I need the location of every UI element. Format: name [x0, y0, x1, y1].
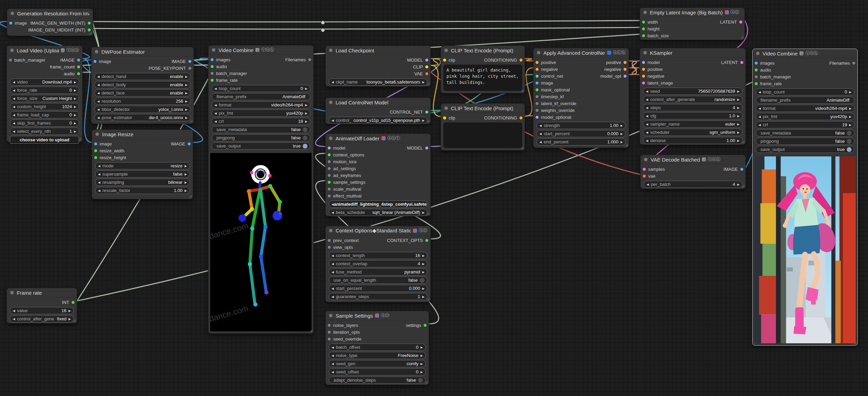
widget-rescale_factor[interactable]: ◀rescale_factor1.00▶ [95, 187, 190, 194]
output-slot-MODEL[interactable]: MODEL [407, 56, 430, 63]
input-port-dot[interactable] [94, 149, 97, 152]
toggle-knob[interactable] [418, 378, 423, 383]
input-port-dot[interactable] [642, 34, 645, 37]
node-titlebar[interactable]: Empty Latent Image (Big Batch)ⒶⒹ [640, 8, 744, 17]
decrement-arrow-icon[interactable]: ◀ [214, 103, 217, 107]
decrement-arrow-icon[interactable]: ◀ [758, 123, 761, 127]
node-resize-handle[interactable] [740, 36, 743, 39]
output-port-dot[interactable] [624, 75, 627, 78]
decrement-arrow-icon[interactable]: ◀ [13, 122, 15, 125]
increment-arrow-icon[interactable]: ▶ [185, 83, 188, 87]
node-titlebar[interactable]: Frame rate [7, 288, 77, 297]
output-slot-LATENT[interactable]: LATENT [720, 18, 744, 25]
node-sample-settings[interactable]: Sample SettingsⒶⒹnoise_layersiteration_o… [325, 311, 429, 385]
widget-pix_fmt[interactable]: ◀pix_fmtyuv420p▶ [756, 113, 854, 120]
input-port-dot[interactable] [642, 21, 645, 24]
decrement-arrow-icon[interactable]: ◀ [331, 295, 334, 298]
input-port-dot[interactable] [536, 61, 539, 64]
input-slot-control_net[interactable]: control_net [533, 73, 563, 79]
output-port-dot[interactable] [425, 59, 428, 62]
node-resize-handle[interactable] [520, 146, 524, 149]
decrement-arrow-icon[interactable]: ◀ [646, 98, 648, 101]
output-slot-model_opt[interactable]: model_opt [600, 73, 629, 79]
decrement-arrow-icon[interactable]: ◀ [331, 254, 334, 257]
toggle-adapt_denoise_steps[interactable]: adapt_denoise_stepsfalse [329, 376, 426, 384]
node-titlebar[interactable]: Sample SettingsⒶⒹ [326, 311, 429, 320]
decrement-arrow-icon[interactable]: ◀ [331, 211, 334, 214]
input-port-dot[interactable] [443, 59, 446, 62]
increment-arrow-icon[interactable]: ▶ [620, 140, 623, 144]
toggle-pingpong[interactable]: pingpongfalse [212, 134, 310, 141]
decrement-arrow-icon[interactable]: ◀ [98, 181, 100, 184]
reroute-dot[interactable] [321, 21, 325, 25]
node-load-checkpoint[interactable]: Load CheckpointMODELCLIPVAE◀ckpt_nametoo… [325, 46, 431, 87]
input-port-dot[interactable] [536, 95, 539, 98]
decrement-arrow-icon[interactable]: ◀ [646, 139, 648, 142]
node-titlebar[interactable]: Load Checkpoint [326, 46, 430, 55]
increment-arrow-icon[interactable]: ▶ [74, 89, 76, 92]
node-context-options[interactable]: Context Options◆Standard StaticⒶⒹprev_co… [325, 226, 431, 302]
increment-arrow-icon[interactable]: ▶ [422, 270, 425, 274]
toggle-save_output[interactable]: save_outputtrue [756, 146, 854, 153]
input-slot-view_opts[interactable]: view_opts [326, 244, 353, 251]
output-port-dot[interactable] [740, 61, 743, 64]
decrement-arrow-icon[interactable]: ◀ [13, 80, 15, 84]
node-video-combine-pose[interactable]: Video CombineⓋⒽⓈimagesaudiobatch_manager… [208, 45, 314, 334]
output-port-dot[interactable] [188, 60, 191, 63]
decrement-arrow-icon[interactable]: ◀ [13, 97, 15, 100]
increment-arrow-icon[interactable]: ▶ [74, 122, 76, 125]
widget-crf[interactable]: ◀crf19▶ [756, 121, 854, 128]
input-slot-batch_size[interactable]: batch_size [640, 32, 669, 39]
decrement-arrow-icon[interactable]: ◀ [331, 203, 334, 206]
node-clip-negative[interactable]: CLIP Text Encode (Prompt)clipCONDITIONIN… [441, 103, 525, 151]
widget-seed_gen[interactable]: ◀seed_gencomfy▶ [329, 360, 426, 367]
widget-detect_body[interactable]: ◀detect_bodyenable▶ [95, 81, 190, 88]
increment-arrow-icon[interactable]: ▶ [185, 108, 188, 111]
widget-frame_load_cap[interactable]: ◀frame_load_cap0▶ [10, 111, 79, 118]
decrement-arrow-icon[interactable]: ◀ [214, 87, 217, 90]
widget-value[interactable]: ◀animatediff_lightning_4step_comfyui.saf… [329, 201, 427, 208]
input-slot-batch_manager[interactable]: batch_manager [7, 56, 45, 63]
node-animatediff-loader[interactable]: AnimateDiff LoaderⒶⒹ①modelcontext_option… [325, 133, 431, 216]
input-port-dot[interactable] [536, 88, 539, 91]
node-resize-handle[interactable] [425, 381, 428, 384]
increment-arrow-icon[interactable]: ▶ [68, 317, 71, 321]
node-titlebar[interactable]: KSampler [640, 48, 745, 58]
node-titlebar[interactable]: AnimateDiff LoaderⒶⒹ① [326, 134, 430, 143]
increment-arrow-icon[interactable]: ▶ [74, 80, 76, 84]
increment-arrow-icon[interactable]: ▶ [185, 189, 187, 192]
output-port-dot[interactable] [739, 21, 742, 24]
toggle-knob[interactable] [420, 278, 425, 283]
input-slot-prev_context[interactable]: prev_context [326, 237, 358, 244]
input-port-dot[interactable] [211, 58, 214, 61]
input-slot-scale_multival[interactable]: scale_multival [326, 186, 361, 192]
input-port-dot[interactable] [642, 27, 645, 30]
input-slot-negative[interactable]: negative [533, 66, 558, 73]
input-slot-images[interactable]: images [753, 60, 775, 66]
input-slot-iteration_opts[interactable]: iteration_opts [326, 329, 360, 335]
input-port-dot[interactable] [643, 168, 646, 171]
widget-crf[interactable]: ◀crf19▶ [212, 118, 310, 125]
output-slot-CONTEXT_OPTS[interactable]: CONTEXT_OPTS [387, 237, 430, 244]
input-slot-clip[interactable]: clip [441, 114, 455, 121]
widget-control_after_gene[interactable]: ◀control_after_genefixed▶ [10, 315, 74, 322]
node-resize-handle[interactable] [520, 89, 524, 92]
node-frame-rate[interactable]: Frame rateINT◀value16▶◀control_after_gen… [7, 288, 77, 323]
increment-arrow-icon[interactable]: ▶ [737, 139, 740, 142]
decrement-arrow-icon[interactable]: ◀ [646, 123, 648, 126]
decrement-arrow-icon[interactable]: ◀ [97, 83, 100, 87]
node-titlebar[interactable]: Load ControlNet Model [326, 98, 430, 107]
input-slot-positive[interactable]: positive [640, 66, 663, 73]
increment-arrow-icon[interactable]: ▶ [420, 362, 423, 366]
prompt-textarea[interactable]: A beautiful girl dancing, pink long hair… [443, 65, 522, 91]
input-port-dot[interactable] [536, 109, 539, 112]
node-resize-handle[interactable] [426, 119, 429, 123]
widget-resolution[interactable]: ◀resolution256▶ [95, 98, 190, 105]
input-slot-image[interactable]: image [91, 58, 111, 65]
decrement-arrow-icon[interactable]: ◀ [331, 370, 334, 374]
increment-arrow-icon[interactable]: ▶ [74, 130, 76, 133]
input-port-dot[interactable] [328, 160, 331, 163]
input-port-dot[interactable] [328, 146, 331, 150]
increment-arrow-icon[interactable]: ▶ [305, 87, 307, 90]
decrement-arrow-icon[interactable]: ◀ [331, 270, 334, 274]
